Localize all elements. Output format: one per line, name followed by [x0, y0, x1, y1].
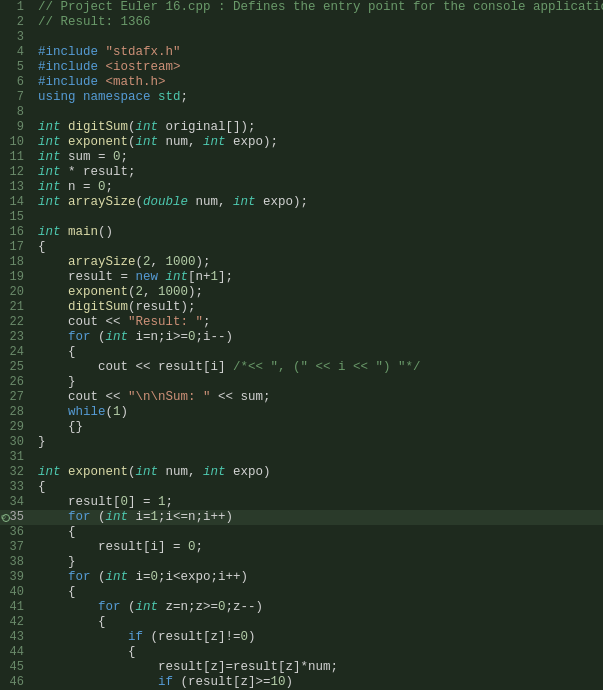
- code-line-34: result[0] = 1;: [32, 495, 603, 510]
- code-line-33: {: [32, 480, 603, 495]
- code-line-20: exponent(2, 1000);: [32, 285, 603, 300]
- line-number-25: 25: [0, 360, 32, 375]
- code-line-40: {: [32, 585, 603, 600]
- code-line-45: result[z]=result[z]*num;: [32, 660, 603, 675]
- line-number-7: 7: [0, 90, 32, 105]
- code-line-8: [32, 105, 603, 120]
- line-number-24: 24: [0, 345, 32, 360]
- line-number-9: 9: [0, 120, 32, 135]
- line-number-33: 33: [0, 480, 32, 495]
- line-number-30: 30: [0, 435, 32, 450]
- line-number-46: 46: [0, 675, 32, 690]
- code-line-44: {: [32, 645, 603, 660]
- code-line-41: for (int z=n;z>=0;z--): [32, 600, 603, 615]
- line-number-19: 19: [0, 270, 32, 285]
- line-number-29: 29: [0, 420, 32, 435]
- code-line-5: #include <iostream>: [32, 60, 603, 75]
- code-line-21: digitSum(result);: [32, 300, 603, 315]
- code-line-28: while(1): [32, 405, 603, 420]
- code-line-16: int main(): [32, 225, 603, 240]
- line-number-21: 21: [0, 300, 32, 315]
- code-line-15: [32, 210, 603, 225]
- line-number-37: 37: [0, 540, 32, 555]
- code-line-23: for (int i=n;i>=0;i--): [32, 330, 603, 345]
- line-number-40: 40: [0, 585, 32, 600]
- line-number-32: 32: [0, 465, 32, 480]
- code-line-7: using namespace std;: [32, 90, 603, 105]
- code-line-12: int * result;: [32, 165, 603, 180]
- line-number-4: 4: [0, 45, 32, 60]
- code-line-38: }: [32, 555, 603, 570]
- code-line-32: int exponent(int num, int expo): [32, 465, 603, 480]
- line-number-20: 20: [0, 285, 32, 300]
- code-line-17: {: [32, 240, 603, 255]
- line-number-44: 44: [0, 645, 32, 660]
- line-number-39: 39: [0, 570, 32, 585]
- line-number-10: 10: [0, 135, 32, 150]
- code-line-1: // Project Euler 16.cpp : Defines the en…: [32, 0, 603, 15]
- line-number-23: 23: [0, 330, 32, 345]
- code-line-4: #include "stdafx.h": [32, 45, 603, 60]
- line-number-1: 1: [0, 0, 32, 15]
- code-line-6: #include <math.h>: [32, 75, 603, 90]
- code-line-36: {: [32, 525, 603, 540]
- line-number-6: 6: [0, 75, 32, 90]
- code-line-42: {: [32, 615, 603, 630]
- code-line-2: // Result: 1366: [32, 15, 603, 30]
- line-number-11: 11: [0, 150, 32, 165]
- line-number-27: 27: [0, 390, 32, 405]
- code-line-31: [32, 450, 603, 465]
- line-number-18: 18: [0, 255, 32, 270]
- line-number-12: 12: [0, 165, 32, 180]
- code-line-35: for (int i=1;i<=n;i++): [32, 510, 603, 525]
- line-number-14: 14: [0, 195, 32, 210]
- code-line-37: result[i] = 0;: [32, 540, 603, 555]
- line-numbers: 1234567891011121314151617181920212223242…: [0, 0, 32, 690]
- code-line-24: {: [32, 345, 603, 360]
- code-editor: 1234567891011121314151617181920212223242…: [0, 0, 603, 690]
- code-line-46: if (result[z]>=10): [32, 675, 603, 690]
- line-number-41: 41: [0, 600, 32, 615]
- code-line-11: int sum = 0;: [32, 150, 603, 165]
- code-line-9: int digitSum(int original[]);: [32, 120, 603, 135]
- line-number-15: 15: [0, 210, 32, 225]
- code-line-26: }: [32, 375, 603, 390]
- line-number-26: 26: [0, 375, 32, 390]
- code-line-25: cout << result[i] /*<< ", (" << i << ") …: [32, 360, 603, 375]
- line-number-31: 31: [0, 450, 32, 465]
- code-line-19: result = new int[n+1];: [32, 270, 603, 285]
- line-number-34: 34: [0, 495, 32, 510]
- line-number-3: 3: [0, 30, 32, 45]
- line-number-16: 16: [0, 225, 32, 240]
- line-number-13: 13: [0, 180, 32, 195]
- code-line-30: }: [32, 435, 603, 450]
- code-line-14: int arraySize(double num, int expo);: [32, 195, 603, 210]
- code-line-13: int n = 0;: [32, 180, 603, 195]
- line-number-45: 45: [0, 660, 32, 675]
- code-line-3: [32, 30, 603, 45]
- line-number-5: 5: [0, 60, 32, 75]
- code-content[interactable]: // Project Euler 16.cpp : Defines the en…: [32, 0, 603, 690]
- line-number-42: 42: [0, 615, 32, 630]
- line-number-38: 38: [0, 555, 32, 570]
- line-number-17: 17: [0, 240, 32, 255]
- line-number-35: 35: [0, 510, 32, 525]
- line-number-43: 43: [0, 630, 32, 645]
- line-number-8: 8: [0, 105, 32, 120]
- code-line-39: for (int i=0;i<expo;i++): [32, 570, 603, 585]
- line-number-36: 36: [0, 525, 32, 540]
- line-number-28: 28: [0, 405, 32, 420]
- code-line-27: cout << "\n\nSum: " << sum;: [32, 390, 603, 405]
- line-number-22: 22: [0, 315, 32, 330]
- active-line-indicator: [2, 514, 10, 522]
- code-line-29: {}: [32, 420, 603, 435]
- code-line-18: arraySize(2, 1000);: [32, 255, 603, 270]
- code-line-22: cout << "Result: ";: [32, 315, 603, 330]
- line-number-2: 2: [0, 15, 32, 30]
- code-line-10: int exponent(int num, int expo);: [32, 135, 603, 150]
- code-line-43: if (result[z]!=0): [32, 630, 603, 645]
